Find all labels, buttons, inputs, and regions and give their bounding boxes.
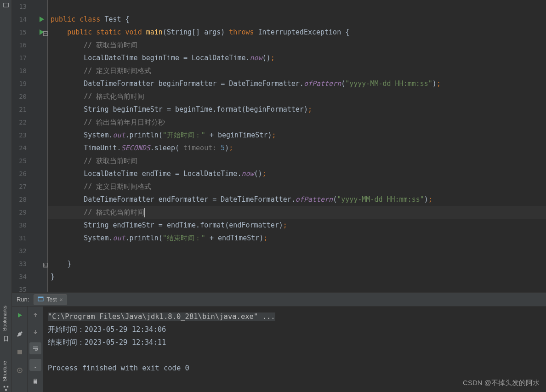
code-line[interactable]: String beginTimeStr = beginTime.format(b… — [48, 103, 546, 116]
down-button[interactable] — [29, 326, 41, 338]
token: String endTimeStr — [84, 221, 159, 229]
code-line[interactable]: // 定义日期时间格式 — [48, 180, 546, 193]
token: ) — [279, 221, 283, 229]
token: { — [125, 15, 130, 23]
rerun-button[interactable] — [14, 309, 26, 321]
token: ofPattern — [296, 195, 333, 204]
code-line[interactable]: // 定义日期时间格式 — [48, 64, 546, 77]
token: . — [291, 195, 296, 204]
run-line-icon[interactable] — [40, 16, 44, 24]
gutter-line[interactable]: 32 — [12, 244, 47, 257]
token: // 获取当前时间 — [84, 41, 137, 49]
gutter-line[interactable]: 23 — [12, 129, 47, 142]
close-icon[interactable]: × — [59, 296, 63, 303]
code-line[interactable]: TimeUnit.SECONDS.sleep( timeout: 5); — [48, 142, 546, 154]
structure-icon[interactable] — [3, 385, 9, 392]
gutter-line[interactable]: 15 — [12, 26, 47, 39]
gutter-line[interactable]: 30 — [12, 219, 47, 232]
gutter-line[interactable]: 27 — [12, 180, 47, 193]
gutter-line[interactable]: 28 — [12, 193, 47, 206]
stop-button[interactable] — [14, 346, 26, 358]
tool-window-bar: Bookmarks Structure — [0, 0, 12, 392]
gutter-line[interactable]: 17 — [12, 51, 47, 64]
token: ) — [221, 28, 229, 36]
run-tab[interactable]: Test × — [34, 294, 67, 305]
code-line[interactable]: } — [48, 270, 546, 283]
token: String beginTimeStr — [84, 105, 167, 114]
line-number: 23 — [12, 131, 28, 139]
code-line[interactable]: // 获取当前时间 — [48, 39, 546, 51]
token: class — [80, 15, 104, 23]
token: ( — [159, 131, 163, 139]
gutter-line[interactable]: 18 — [12, 64, 47, 77]
project-icon[interactable] — [3, 2, 9, 8]
gutter-line[interactable]: 14 — [12, 13, 47, 26]
code-line[interactable]: DateTimeFormatter endFormatter = DateTim… — [48, 193, 546, 206]
token: DateTimeFormatter endFormatter — [84, 195, 212, 204]
code-line[interactable]: // 格式化当前时间 — [48, 90, 546, 103]
gutter-line[interactable]: 33 — [12, 257, 47, 270]
print-button[interactable] — [29, 375, 41, 387]
token: ; — [437, 80, 441, 88]
structure-tab[interactable]: Structure — [2, 361, 7, 381]
watermark: CSDN @不掉头发的阿水 — [463, 379, 540, 387]
code-line[interactable]: public static void main(String[] args) t… — [48, 26, 546, 39]
token: . — [245, 54, 250, 62]
gutter-line[interactable]: 21 — [12, 103, 47, 116]
token: sleep — [154, 144, 175, 152]
gutter-line[interactable]: 25 — [12, 154, 47, 167]
bookmark-icon[interactable] — [3, 335, 9, 342]
code-line[interactable]: DateTimeFormatter beginFormatter = DateT… — [48, 77, 546, 90]
token: // 定义日期时间格式 — [84, 182, 151, 191]
token: String — [167, 28, 192, 36]
gutter-line[interactable]: 34 — [12, 270, 47, 283]
code-line[interactable] — [48, 0, 546, 13]
settings-button[interactable] — [14, 328, 26, 340]
line-number: 24 — [12, 144, 28, 152]
gutter-line[interactable]: 22 — [12, 116, 47, 129]
line-number: 31 — [12, 234, 28, 242]
token: void — [125, 28, 146, 36]
token: beginTime — [175, 105, 212, 114]
code-line[interactable]: System.out.println("结束时间：" + endTimeStr)… — [48, 232, 546, 244]
code-line[interactable]: System.out.println("开始时间：" + beginTimeSt… — [48, 129, 546, 142]
code-line[interactable]: // 格式化当前时间 — [48, 206, 546, 219]
console-command: "C:\Program Files\Java\jdk1.8.0_281\bin\… — [48, 312, 275, 321]
editor-area: 1314151617181920212223242526272829303132… — [12, 0, 546, 292]
token: endTimeStr — [218, 234, 259, 242]
gutter-line[interactable]: 29 — [12, 206, 47, 219]
token: + — [205, 234, 218, 242]
code-line[interactable]: // 获取当前时间 — [48, 154, 546, 167]
code-line[interactable]: LocalDateTime beginTime = LocalDateTime.… — [48, 51, 546, 64]
gutter-line[interactable]: 26 — [12, 167, 47, 180]
gutter-line[interactable]: 13 — [12, 0, 47, 13]
gutter-line[interactable]: 24 — [12, 142, 47, 154]
fold-close-icon[interactable] — [43, 261, 48, 269]
code-line[interactable]: LocalDateTime endTime = LocalDateTime.no… — [48, 167, 546, 180]
token: println — [130, 234, 159, 242]
gutter-line[interactable]: 20 — [12, 90, 47, 103]
token: 5 — [221, 144, 225, 152]
code-line[interactable]: public class Test { — [48, 13, 546, 26]
token: ; — [262, 170, 267, 178]
gutter-line[interactable]: 31 — [12, 232, 47, 244]
gutter-line[interactable]: 19 — [12, 77, 47, 90]
scroll-to-end-button[interactable] — [29, 359, 41, 371]
token: ; — [308, 105, 312, 114]
soft-wrap-button[interactable] — [29, 342, 41, 354]
code-line[interactable] — [48, 244, 546, 257]
gutter-line[interactable]: 16 — [12, 39, 47, 51]
code-line[interactable]: } — [48, 257, 546, 270]
svg-rect-8 — [17, 350, 22, 354]
token: SECONDS — [121, 144, 150, 152]
code-line[interactable]: // 输出当前年月日时分秒 — [48, 116, 546, 129]
editor-gutter[interactable]: 1314151617181920212223242526272829303132… — [12, 0, 48, 292]
code-line[interactable]: String endTimeStr = endTime.format(endFo… — [48, 219, 546, 232]
line-number: 16 — [12, 41, 28, 49]
code-content[interactable]: public class Test { public static void m… — [48, 0, 546, 292]
up-button[interactable] — [29, 309, 41, 321]
line-number: 34 — [12, 273, 28, 280]
bookmarks-tab[interactable]: Bookmarks — [2, 306, 7, 331]
fold-open-icon[interactable] — [43, 29, 48, 38]
dump-threads-button[interactable] — [14, 364, 26, 376]
